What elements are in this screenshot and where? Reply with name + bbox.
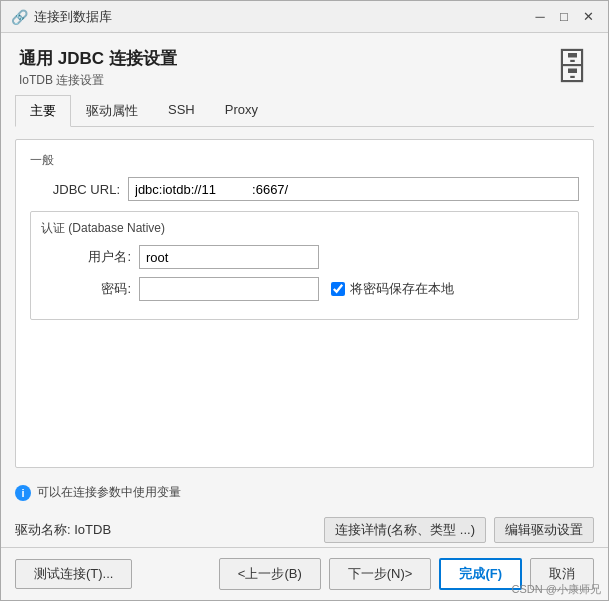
close-button[interactable]: ✕: [578, 7, 598, 27]
bottom-buttons: 连接详情(名称、类型 ...) 编辑驱动设置: [324, 517, 594, 543]
connection-details-button[interactable]: 连接详情(名称、类型 ...): [324, 517, 486, 543]
auth-section: 认证 (Database Native) 用户名: 密码: 将密码保存在本地: [30, 211, 579, 320]
window-icon: 🔗: [11, 9, 28, 25]
save-password-label: 将密码保存在本地: [350, 280, 454, 298]
jdbc-url-row: JDBC URL:: [30, 177, 579, 201]
password-label: 密码:: [41, 280, 131, 298]
title-bar-left: 🔗 连接到数据库: [11, 8, 112, 26]
username-row: 用户名:: [41, 245, 568, 269]
general-section-label: 一般: [30, 152, 579, 169]
page-title: 通用 JDBC 连接设置: [19, 47, 177, 70]
username-label: 用户名:: [41, 248, 131, 266]
jdbc-url-label: JDBC URL:: [30, 182, 120, 197]
jdbc-url-input[interactable]: [128, 177, 579, 201]
bottom-info: 驱动名称: IoTDB 连接详情(名称、类型 ...) 编辑驱动设置: [15, 513, 594, 547]
info-icon: i: [15, 485, 31, 501]
tabs-bar: 主要 驱动属性 SSH Proxy: [15, 95, 594, 127]
tab-driver-properties[interactable]: 驱动属性: [71, 95, 153, 127]
finish-button[interactable]: 完成(F): [439, 558, 522, 590]
password-input[interactable]: [139, 277, 319, 301]
database-icon: 🗄: [554, 47, 590, 89]
header-text: 通用 JDBC 连接设置 IoTDB 连接设置: [19, 47, 177, 89]
password-row: 密码: 将密码保存在本地: [41, 277, 568, 301]
auth-section-title: 认证 (Database Native): [41, 220, 568, 237]
content-area: 主要 驱动属性 SSH Proxy 一般 JDBC URL: 认证 (Datab…: [1, 95, 608, 547]
tab-proxy[interactable]: Proxy: [210, 95, 273, 127]
maximize-button[interactable]: □: [554, 7, 574, 27]
save-password-row: 将密码保存在本地: [331, 280, 454, 298]
minimize-button[interactable]: ─: [530, 7, 550, 27]
main-window: 🔗 连接到数据库 ─ □ ✕ 通用 JDBC 连接设置 IoTDB 连接设置 🗄…: [0, 0, 609, 601]
title-bar-controls: ─ □ ✕: [530, 7, 598, 27]
test-connection-button[interactable]: 测试连接(T)...: [15, 559, 132, 589]
tab-ssh[interactable]: SSH: [153, 95, 210, 127]
driver-name-label: 驱动名称: IoTDB: [15, 521, 111, 539]
form-area: 一般 JDBC URL: 认证 (Database Native) 用户名: 密…: [15, 139, 594, 468]
header: 通用 JDBC 连接设置 IoTDB 连接设置 🗄: [1, 33, 608, 95]
next-button[interactable]: 下一步(N)>: [329, 558, 432, 590]
tab-main[interactable]: 主要: [15, 95, 71, 127]
save-password-checkbox[interactable]: [331, 282, 345, 296]
page-subtitle: IoTDB 连接设置: [19, 72, 177, 89]
info-text: 可以在连接参数中使用变量: [37, 484, 181, 501]
prev-button[interactable]: <上一步(B): [219, 558, 321, 590]
info-row: i 可以在连接参数中使用变量: [15, 478, 594, 507]
window-title: 连接到数据库: [34, 8, 112, 26]
footer-left: 测试连接(T)...: [15, 559, 132, 589]
username-input[interactable]: [139, 245, 319, 269]
title-bar: 🔗 连接到数据库 ─ □ ✕: [1, 1, 608, 33]
watermark: CSDN @小康师兄: [512, 582, 601, 597]
edit-driver-button[interactable]: 编辑驱动设置: [494, 517, 594, 543]
